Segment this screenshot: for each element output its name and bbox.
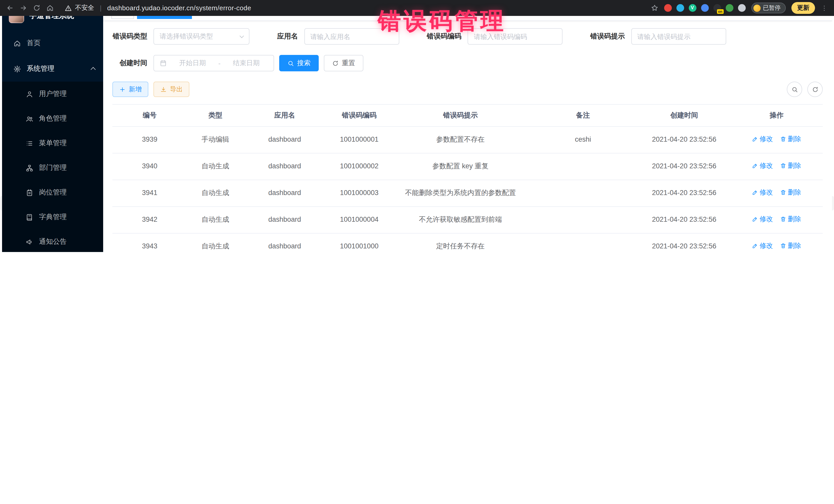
cell-id: 3939 [112,127,187,153]
sidebar-menu: 首页 系统管理 用户管理 角色管理 菜单管理 部门管理 岗位管理 字典管理 [2,28,103,252]
error-message-input[interactable] [632,29,725,44]
cell-actions: 修改删除 [730,127,823,153]
cell-id: 3942 [112,206,187,233]
browser-back-icon[interactable] [6,4,14,12]
filter-error-message: 错误码提示 [590,28,726,45]
delete-link[interactable]: 删除 [780,214,801,224]
refresh-icon [812,86,818,93]
screen: 不安全 | dashboard.yudao.iocoder.cn/system/… [0,0,834,252]
filter-create-time: 创建时间 开始日期 - 结束日期 [112,55,274,71]
browser-menu-icon[interactable] [821,4,828,12]
sidebar-item-label: 菜单管理 [39,138,95,148]
security-label: 不安全 [75,4,94,12]
browser-update-button[interactable]: 更新 [791,2,815,14]
content: 错误码类型 请选择错误码类型 应用名 错误码编码 [103,21,832,252]
extension-grid-icon[interactable] [701,4,708,12]
edit-icon [752,216,758,222]
profile-label: 已暂停 [763,4,781,12]
table-refresh-button[interactable] [807,82,823,97]
extension-green-v-icon[interactable]: V [688,4,696,12]
sidebar-item-dict-management[interactable]: 字典管理 [2,205,103,229]
browser-reload-icon[interactable] [33,4,41,12]
sidebar-item-user-management[interactable]: 用户管理 [2,82,103,106]
toggle-search-button[interactable] [787,82,802,97]
cell-message: 不允许获取敏感配置到前端 [393,206,528,233]
chevron-down-icon [240,34,244,38]
edit-link[interactable]: 修改 [752,214,773,224]
sidebar-item-role-management[interactable]: 角色管理 [2,106,103,131]
cell-message: 定时任务不存在 [393,233,528,252]
sidebar-item-home[interactable]: 首页 [2,30,103,56]
extension-leaf-icon[interactable] [725,4,733,12]
column-header: 错误码提示 [393,105,528,127]
sidebar-item-menu-management[interactable]: 菜单管理 [2,131,103,155]
cell-time: 2021-04-20 23:52:56 [638,127,730,153]
export-button[interactable]: 导出 [153,82,190,97]
edit-icon [752,190,758,196]
cell-app: dashboard [244,127,325,153]
date-range-picker[interactable]: 开始日期 - 结束日期 [153,55,274,71]
edit-link[interactable]: 修改 [752,134,773,144]
cell-actions: 修改删除 [730,206,823,233]
cell-type: 自动生成 [187,153,244,180]
error-code-type-select[interactable]: 请选择错误码类型 [153,28,249,45]
home-icon [13,39,21,47]
extension-icons: Von [664,4,745,12]
delete-link[interactable]: 删除 [780,187,801,198]
extension-drop-icon[interactable] [676,4,684,12]
delete-link[interactable]: 删除 [780,161,801,171]
cell-type: 自动生成 [187,233,244,252]
sidebar-item-dept-management[interactable]: 部门管理 [2,155,103,180]
cell-message: 不能删除类型为系统内置的参数配置 [393,180,528,206]
sidebar-item-system-management[interactable]: 系统管理 [2,56,103,82]
browser-profile-chip[interactable]: 已暂停 [751,3,786,13]
delete-link[interactable]: 删除 [780,241,801,251]
cell-app: dashboard [244,233,325,252]
chrome-separator: | [100,4,102,12]
delete-icon [780,216,786,222]
sidebar-item-post-management[interactable]: 岗位管理 [2,180,103,205]
sidebar-item-label: 用户管理 [39,89,95,98]
search-icon [287,60,294,66]
edit-link[interactable]: 修改 [752,161,773,171]
cell-time: 2021-04-20 23:52:56 [638,206,730,233]
table-row: 3943 自动生成 dashboard 1001001000 定时任务不存在 2… [112,233,823,252]
delete-icon [780,243,786,249]
cell-code: 1001001000 [325,233,393,252]
sidebar: 芋道管理系统 首页 系统管理 用户管理 角色管理 菜单管理 部门管理 岗位管理 [2,3,103,252]
address-bar[interactable]: dashboard.yudao.iocoder.cn/system/error-… [107,4,251,12]
cell-code: 1001000004 [325,206,393,233]
cell-id: 3941 [112,180,187,206]
cell-app: dashboard [244,180,325,206]
sidebar-item-notice-announcement[interactable]: 通知公告 [2,229,103,252]
extension-pin-icon[interactable] [738,4,745,12]
edit-link[interactable]: 修改 [752,241,773,251]
calendar-icon [160,60,167,67]
column-header: 备注 [528,105,638,127]
extension-red-icon[interactable] [664,4,672,12]
search-button[interactable]: 搜索 [279,55,319,71]
cell-type: 自动生成 [187,180,244,206]
dict-icon [26,213,34,221]
edit-link[interactable]: 修改 [752,187,773,198]
sidebar-item-label: 角色管理 [39,114,95,123]
delete-link[interactable]: 删除 [780,134,801,144]
announcement-icon [26,238,34,246]
table-row: 3939 手动编辑 dashboard 1001000001 参数配置不存在 c… [112,127,823,153]
reset-button[interactable]: 重置 [324,55,364,71]
edit-icon [752,243,758,249]
edit-icon [752,136,758,142]
menu-list-icon [26,139,34,147]
end-date-placeholder: 结束日期 [224,59,268,68]
extension-on-badge-icon[interactable]: on [713,4,721,12]
bookmark-star-icon[interactable] [651,4,658,12]
browser-forward-icon[interactable] [20,4,27,12]
add-button[interactable]: 新增 [112,82,148,97]
sidebar-item-label: 岗位管理 [39,188,95,197]
cell-remark [528,233,638,252]
browser-home-icon[interactable] [46,4,54,12]
cell-id: 3940 [112,153,187,180]
cell-time: 2021-04-20 23:52:56 [638,153,730,180]
security-indicator[interactable]: 不安全 [65,4,94,12]
filter-row-2: 创建时间 开始日期 - 结束日期 搜索 重置 [112,55,823,71]
